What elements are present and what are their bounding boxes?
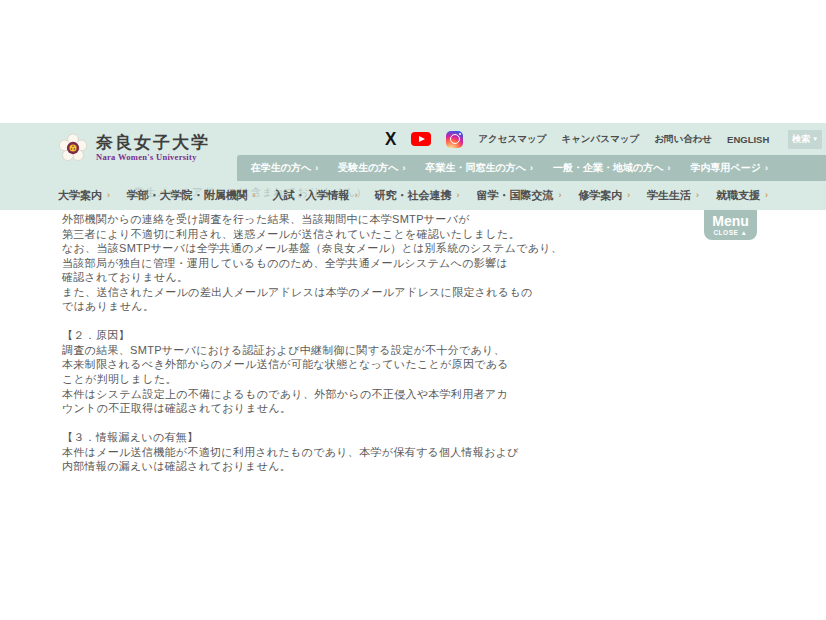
contact-link[interactable]: お問い合わせ	[654, 133, 712, 146]
main-nav-item[interactable]: 入試・入学情報 ›	[273, 188, 358, 203]
main-nav-item[interactable]: 大学案内 ›	[58, 188, 110, 203]
chevron-right-icon: ›	[765, 164, 768, 173]
chevron-right-icon: ›	[530, 164, 533, 173]
chevron-right-icon: ›	[403, 164, 406, 173]
logo-text-jp: 奈良女子大学	[96, 134, 210, 153]
main-nav-label: 就職支援	[716, 188, 760, 203]
logo-text-en: Nara Women's University	[96, 152, 210, 162]
audience-nav-label: 受験生の方へ	[338, 161, 398, 175]
sakura-emblem-icon	[58, 133, 88, 163]
audience-nav-label: 一般・企業・地域の方へ	[553, 161, 663, 175]
body-text-line: 確認されておりません。	[62, 270, 762, 285]
main-nav-label: 留学・国際交流	[476, 188, 553, 203]
audience-nav-item[interactable]: 学内専用ページ ›	[691, 161, 768, 175]
body-text-line: なお、当該SMTPサーバは全学共通のメール基盤（奈良女メール）とは別系統のシステ…	[62, 241, 762, 256]
chevron-right-icon: ›	[627, 191, 630, 200]
chevron-right-icon: ›	[765, 191, 768, 200]
search-button[interactable]: 検索 ▼	[788, 130, 822, 149]
page: 奈良女子大学 Nara Women's University X アクセスマップ…	[0, 0, 826, 620]
chevron-right-icon: ›	[315, 164, 318, 173]
body-text-line: 外部機関からの連絡を受け調査を行った結果、当該期間中に本学SMTPサーバが	[62, 212, 762, 227]
article-body: 外部機関からの連絡を受け調査を行った結果、当該期間中に本学SMTPサーバが 第三…	[62, 212, 762, 474]
audience-nav-item[interactable]: 受験生の方へ ›	[338, 161, 405, 175]
campus-map-link[interactable]: キャンパスマップ	[561, 133, 639, 146]
body-text-line	[62, 416, 762, 431]
chevron-right-icon: ›	[355, 191, 358, 200]
access-map-link[interactable]: アクセスマップ	[478, 133, 546, 146]
body-text-line: 第三者により不適切に利用され、迷惑メールが送信されていたことを確認いたしました。	[62, 227, 762, 242]
chevron-right-icon: ›	[558, 191, 561, 200]
caret-down-icon: ▼	[812, 136, 818, 142]
body-text-line: 本件はシステム設定上の不備によるものであり、外部からの不正侵入や本学利用者アカ	[62, 387, 762, 402]
site-header: 奈良女子大学 Nara Women's University X アクセスマップ…	[0, 123, 826, 210]
main-nav-item[interactable]: 修学案内 ›	[578, 188, 630, 203]
body-text-line: 調査の結果、SMTPサーバにおける認証および中継制御に関する設定が不十分であり、	[62, 343, 762, 358]
main-nav-label: 大学案内	[58, 188, 102, 203]
chevron-right-icon: ›	[107, 191, 110, 200]
audience-nav-label: 在学生の方へ	[251, 161, 311, 175]
body-text-line: 本件はメール送信機能が不適切に利用されたものであり、本学が保有する個人情報および	[62, 445, 762, 460]
body-text-line: また、送信されたメールの差出人メールアドレスは本学のメールアドレスに限定されるも…	[62, 285, 762, 300]
audience-nav-label: 卒業生・同窓生の方へ	[426, 161, 526, 175]
main-nav-label: 研究・社会連携	[375, 188, 452, 203]
main-nav-item[interactable]: 留学・国際交流 ›	[476, 188, 561, 203]
body-text-line: ウントの不正取得は確認されておりません。	[62, 401, 762, 416]
logo-text: 奈良女子大学 Nara Women's University	[96, 134, 210, 163]
main-nav-item[interactable]: 研究・社会連携 ›	[375, 188, 460, 203]
english-link[interactable]: ENGLISH	[727, 134, 769, 145]
main-nav-label: 学生生活	[647, 188, 691, 203]
body-text-line: 当該部局が独自に管理・運用しているもののため、全学共通メールシステムへの影響は	[62, 256, 762, 271]
main-nav-label: 入試・入学情報	[273, 188, 350, 203]
main-nav-label: 修学案内	[578, 188, 622, 203]
audience-nav-item[interactable]: 卒業生・同窓生の方へ ›	[426, 161, 533, 175]
body-text-line: 内部情報の漏えいは確認されておりません。	[62, 459, 762, 474]
search-button-label: 検索	[792, 133, 810, 146]
instagram-icon[interactable]	[446, 131, 463, 148]
main-nav-item[interactable]: 就職支援 ›	[716, 188, 768, 203]
x-twitter-icon[interactable]: X	[385, 130, 396, 148]
chevron-right-icon: ›	[668, 164, 671, 173]
audience-nav-band: 在学生の方へ › 受験生の方へ › 卒業生・同窓生の方へ › 一般・企業・地域の…	[237, 155, 826, 181]
body-text-line: ことが判明しました。	[62, 372, 762, 387]
chevron-right-icon: ›	[696, 191, 699, 200]
main-nav-label: 学部・大学院・附属機関	[127, 188, 248, 203]
audience-nav-item[interactable]: 一般・企業・地域の方へ ›	[553, 161, 670, 175]
audience-nav-label: 学内専用ページ	[691, 161, 761, 175]
body-text-line: ではありません。	[62, 299, 762, 314]
chevron-right-icon: ›	[253, 191, 256, 200]
youtube-icon[interactable]	[411, 132, 431, 146]
main-nav-item[interactable]: 学生生活 ›	[647, 188, 699, 203]
body-text-line: 【２．原因】	[62, 328, 762, 343]
audience-nav-item[interactable]: 在学生の方へ ›	[251, 161, 318, 175]
university-logo[interactable]: 奈良女子大学 Nara Women's University	[58, 133, 210, 163]
body-text-line: 本来制限されるべき外部からのメール送信が可能な状態となっていたことが原因である	[62, 357, 762, 372]
body-text-line	[62, 314, 762, 329]
chevron-right-icon: ›	[457, 191, 460, 200]
body-text-line: 【３．情報漏えいの有無】	[62, 430, 762, 445]
utility-row: X アクセスマップ キャンパスマップ お問い合わせ ENGLISH 検索 ▼	[385, 126, 822, 152]
main-nav-item[interactable]: 学部・大学院・附属機関 ›	[127, 188, 256, 203]
